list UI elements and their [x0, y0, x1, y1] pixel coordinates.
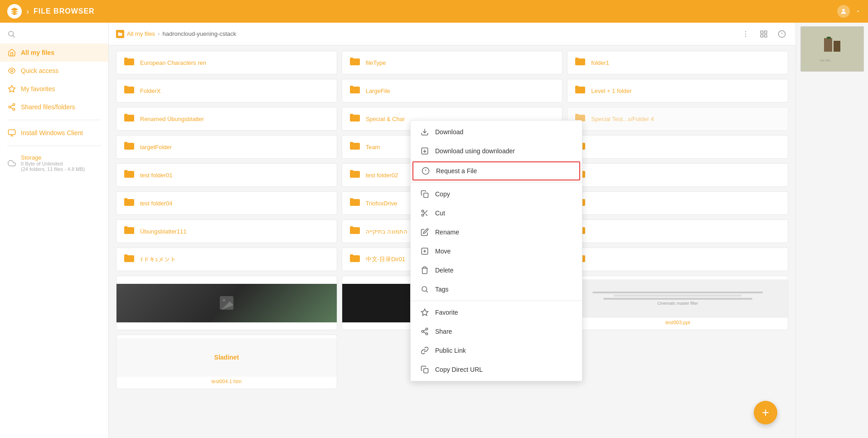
folder-card-empty1[interactable] — [567, 135, 788, 159]
cut-icon — [420, 208, 430, 218]
folder-card-filetype[interactable]: fileType — [342, 51, 563, 74]
folder-card-european[interactable]: European Characters ren — [116, 51, 337, 74]
folder-name: targetFolder — [140, 144, 172, 151]
context-menu-copy-direct-url[interactable]: Copy Direct URL — [411, 360, 582, 379]
sidebar-label-all-my-files: All my files — [21, 49, 54, 56]
context-menu-request-file[interactable]: Request a File — [412, 161, 580, 180]
context-menu-rename[interactable]: Rename — [411, 223, 582, 242]
folder-card-level1[interactable]: Level + 1 folder — [567, 79, 788, 102]
context-menu-download[interactable]: Download — [411, 122, 582, 141]
folder-card-empty4[interactable] — [567, 219, 788, 243]
svg-line-8 — [10, 107, 13, 109]
folder-card-testfolder04[interactable]: test folder04 — [116, 191, 337, 215]
grid-view-button[interactable] — [757, 28, 770, 40]
folder-card-empty2[interactable] — [567, 163, 788, 187]
sidebar-item-install-client[interactable]: Install Windows Client — [0, 124, 108, 142]
search-icon[interactable] — [7, 30, 15, 38]
context-menu-label: Copy Direct URL — [435, 366, 483, 373]
context-menu-label: Move — [435, 248, 451, 255]
folder-name: test folder04 — [140, 200, 173, 207]
folder-card-renamed[interactable]: Renamed Übungsblatter — [116, 107, 337, 131]
image-preview — [116, 284, 337, 322]
context-menu-tags[interactable]: Tags — [411, 280, 582, 299]
svg-line-2 — [13, 35, 15, 37]
context-menu-move[interactable]: Move — [411, 242, 582, 261]
folder-name: Special Test...s/Folder 4 — [591, 116, 654, 122]
right-thumbnail-panel: 中文-目录... — [795, 23, 868, 438]
context-menu: Download Download using downloader Reque… — [410, 120, 582, 381]
svg-rect-55 — [424, 369, 428, 373]
sidebar-label-my-favorites: My favorites — [21, 85, 55, 92]
info-button[interactable] — [776, 28, 788, 40]
file-card-ppt[interactable]: Cinematic master filter test003.ppt — [567, 276, 788, 330]
context-menu-label: Download — [435, 128, 463, 136]
context-menu-favorite[interactable]: Favorite — [411, 303, 582, 322]
sidebar-item-my-favorites[interactable]: My favorites — [0, 80, 108, 98]
folder-card-empty3[interactable] — [567, 191, 788, 215]
share-icon — [7, 102, 16, 112]
svg-rect-18 — [761, 34, 763, 37]
more-options-button[interactable] — [739, 28, 752, 40]
storage-detail: 0 Byte of Unlimited — [21, 161, 85, 166]
header-right — [837, 5, 861, 18]
folder-card-folder1[interactable]: folder1 — [567, 51, 788, 74]
svg-point-15 — [745, 36, 746, 37]
context-menu-label: Download using downloader — [435, 147, 515, 155]
fab-add-button[interactable]: + — [754, 401, 777, 424]
folder-name: Team — [366, 144, 380, 151]
folder-card-folderx[interactable]: FolderX — [116, 79, 337, 102]
file-card-image1[interactable] — [116, 276, 337, 330]
storage-title: Storage — [21, 154, 85, 161]
folder-name: התמונה בתיקייה — [366, 228, 408, 235]
copy-link-icon — [420, 365, 430, 375]
svg-point-40 — [422, 214, 424, 216]
breadcrumb-home[interactable]: All my files — [127, 30, 155, 37]
context-menu-download-downloader[interactable]: Download using downloader — [411, 141, 582, 161]
folder-name: 中文-目录Dir01 — [366, 255, 405, 263]
folder-card-targetfolder[interactable]: targetFolder — [116, 135, 337, 159]
svg-point-13 — [745, 31, 746, 32]
svg-point-5 — [13, 104, 15, 106]
context-menu-public-link[interactable]: Public Link — [411, 341, 582, 360]
header-left: › FILE BROWSER — [7, 4, 95, 19]
folder-icon — [124, 198, 135, 209]
folder-card-empty5[interactable] — [567, 248, 788, 271]
svg-point-3 — [11, 70, 13, 72]
context-menu-copy[interactable]: Copy — [411, 185, 582, 204]
context-menu-delete[interactable]: Delete — [411, 261, 582, 280]
folder-icon — [124, 57, 135, 68]
sidebar-item-quick-access[interactable]: Quick access — [0, 62, 108, 80]
image-preview: Sladinet — [116, 338, 337, 377]
svg-line-54 — [423, 330, 426, 331]
svg-point-50 — [426, 328, 428, 331]
request-file-icon — [421, 166, 431, 176]
folder-card-ubungsblatter[interactable]: Übungsblatter111 — [116, 219, 337, 243]
folder-card-japanese[interactable]: ｲドキｭメント — [116, 248, 337, 271]
context-menu-cut[interactable]: Cut — [411, 204, 582, 223]
folder-icon — [349, 254, 360, 265]
folder-icon — [575, 85, 586, 96]
folder-icon — [349, 170, 360, 180]
svg-point-52 — [426, 333, 428, 335]
sidebar-item-all-my-files[interactable]: All my files — [0, 44, 108, 62]
folder-card-special-test[interactable]: Special Test...s/Folder 4 — [567, 107, 788, 131]
header-separator: › — [26, 7, 29, 16]
link-icon — [420, 346, 430, 355]
folder-card-largefile[interactable]: LargeFile — [342, 79, 563, 102]
context-menu-share[interactable]: Share — [411, 322, 582, 341]
file-card-html[interactable]: Sladinet test004.1 htm — [116, 335, 337, 389]
folder-name: Level + 1 folder — [591, 88, 631, 94]
sidebar: All my files Quick access My favorites S… — [0, 23, 109, 438]
sidebar-label-quick-access: Quick access — [21, 67, 58, 74]
context-menu-label: Request a File — [436, 167, 477, 175]
user-menu-button[interactable] — [837, 5, 850, 18]
folder-card-testfolder01[interactable]: test folder01 — [116, 163, 337, 187]
svg-line-48 — [426, 291, 427, 292]
sidebar-label-shared-files: Shared files/folders — [21, 103, 75, 111]
folder-name: ｲドキｭメント — [140, 256, 176, 263]
svg-line-42 — [426, 214, 427, 216]
svg-point-24 — [223, 299, 225, 302]
file-name: test004.1 htm — [210, 377, 244, 386]
sidebar-item-shared-files[interactable]: Shared files/folders — [0, 98, 108, 116]
svg-rect-10 — [9, 130, 15, 135]
